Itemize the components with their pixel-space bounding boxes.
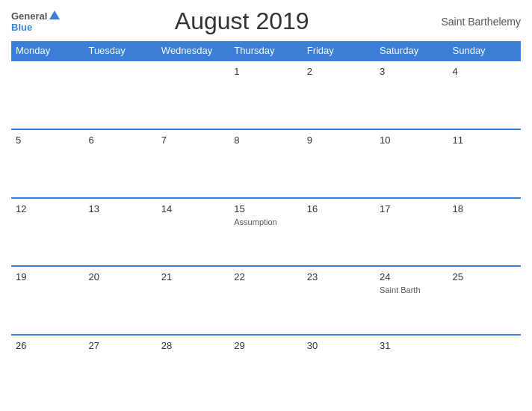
day-number: 24 — [380, 271, 443, 282]
calendar-cell: 9 — [303, 129, 375, 198]
calendar-cell: 26 — [11, 335, 84, 404]
day-number: 31 — [380, 340, 443, 351]
day-number: 25 — [453, 271, 516, 282]
calendar-cell: 11 — [448, 129, 521, 198]
calendar-cell: 18 — [448, 198, 521, 267]
weekday-header-saturday: Saturday — [375, 41, 448, 61]
calendar-cell — [11, 61, 84, 129]
month-title: August 2019 — [60, 7, 424, 35]
day-number: 22 — [234, 271, 297, 282]
calendar-cell: 19 — [11, 266, 84, 335]
calendar-cell: 29 — [229, 335, 302, 404]
day-number: 1 — [234, 66, 297, 77]
day-number: 17 — [380, 203, 443, 214]
calendar-cell: 3 — [375, 61, 448, 129]
calendar-cell — [448, 335, 521, 404]
day-number: 12 — [16, 203, 79, 214]
day-number: 10 — [380, 135, 443, 146]
weekday-header-wednesday: Wednesday — [157, 41, 229, 61]
day-number: 7 — [161, 135, 225, 146]
calendar-cell: 20 — [84, 266, 156, 335]
calendar-cell: 6 — [84, 129, 156, 198]
day-number: 14 — [161, 203, 225, 214]
calendar-container: GeneralBlue August 2019 Saint Barthelemy… — [0, 0, 532, 411]
calendar-cell — [157, 61, 229, 129]
calendar-cell: 31 — [375, 335, 448, 404]
logo: GeneralBlue — [11, 10, 60, 33]
calendar-cell: 1 — [229, 61, 302, 129]
calendar-cell: 8 — [229, 129, 302, 198]
day-number: 2 — [307, 66, 371, 77]
week-row-3: 12131415Assumption161718 — [11, 198, 521, 267]
calendar-cell: 16 — [303, 198, 375, 267]
weekday-header-monday: Monday — [11, 41, 84, 61]
day-number: 28 — [161, 340, 225, 351]
day-number: 20 — [88, 271, 152, 282]
day-number: 11 — [453, 135, 516, 146]
day-number: 3 — [380, 66, 443, 77]
day-number: 9 — [307, 135, 371, 146]
calendar-cell: 14 — [157, 198, 229, 267]
calendar-table: MondayTuesdayWednesdayThursdayFridaySatu… — [11, 41, 521, 404]
calendar-cell: 5 — [11, 129, 84, 198]
day-number: 18 — [453, 203, 516, 214]
weekday-header-row: MondayTuesdayWednesdayThursdayFridaySatu… — [11, 41, 521, 61]
weekday-header-friday: Friday — [303, 41, 375, 61]
calendar-cell: 24Saint Barth — [375, 266, 448, 335]
calendar-cell: 13 — [84, 198, 156, 267]
calendar-cell: 21 — [157, 266, 229, 335]
day-number: 15 — [234, 203, 297, 214]
day-number: 19 — [16, 271, 79, 282]
week-row-1: 1234 — [11, 61, 521, 129]
day-number: 21 — [161, 271, 225, 282]
calendar-cell: 30 — [303, 335, 375, 404]
day-number: 27 — [88, 340, 152, 351]
day-number: 29 — [234, 340, 297, 351]
region-label: Saint Barthelemy — [424, 16, 521, 28]
day-number: 23 — [307, 271, 371, 282]
calendar-cell: 4 — [448, 61, 521, 129]
calendar-header: GeneralBlue August 2019 Saint Barthelemy — [11, 7, 521, 35]
event-label: Saint Barth — [380, 285, 443, 295]
weekday-header-thursday: Thursday — [229, 41, 302, 61]
weekday-header-tuesday: Tuesday — [84, 41, 156, 61]
day-number: 4 — [453, 66, 516, 77]
calendar-cell: 17 — [375, 198, 448, 267]
weekday-header-sunday: Sunday — [448, 41, 521, 61]
day-number: 6 — [88, 135, 152, 146]
calendar-cell: 7 — [157, 129, 229, 198]
day-number: 5 — [16, 135, 79, 146]
calendar-cell: 23 — [303, 266, 375, 335]
calendar-cell: 10 — [375, 129, 448, 198]
calendar-cell: 22 — [229, 266, 302, 335]
day-number: 16 — [307, 203, 371, 214]
calendar-cell: 25 — [448, 266, 521, 335]
calendar-cell — [84, 61, 156, 129]
day-number: 8 — [234, 135, 297, 146]
calendar-cell: 15Assumption — [229, 198, 302, 267]
calendar-cell: 2 — [303, 61, 375, 129]
day-number: 13 — [88, 203, 152, 214]
calendar-cell: 12 — [11, 198, 84, 267]
event-label: Assumption — [234, 217, 297, 227]
day-number: 26 — [16, 340, 79, 351]
week-row-4: 192021222324Saint Barth25 — [11, 266, 521, 335]
week-row-5: 262728293031 — [11, 335, 521, 404]
day-number: 30 — [307, 340, 371, 351]
week-row-2: 567891011 — [11, 129, 521, 198]
calendar-cell: 28 — [157, 335, 229, 404]
calendar-cell: 27 — [84, 335, 156, 404]
